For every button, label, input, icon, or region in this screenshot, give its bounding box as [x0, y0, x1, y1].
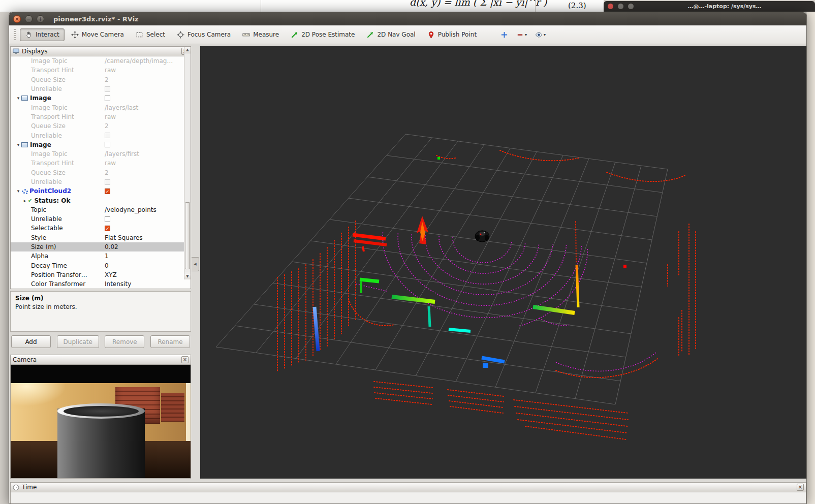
3d-viewport[interactable]	[200, 46, 807, 479]
prop-row-decay-time[interactable]: Decay Time0	[11, 261, 184, 270]
prop-row-alpha[interactable]: Alpha1	[11, 251, 184, 261]
scroll-up-icon[interactable]: ▲	[184, 47, 191, 53]
terminal-maximize-icon[interactable]	[628, 4, 634, 9]
checkbox[interactable]	[105, 216, 110, 222]
prop-value[interactable]: 0	[103, 262, 184, 269]
prop-row-position-transfor[interactable]: Position Transfor…XYZ	[11, 270, 184, 279]
equation-number: (2.3)	[568, 1, 586, 10]
prop-row-image[interactable]: ▾Image	[11, 140, 184, 149]
collapse-icon[interactable]: ▾	[15, 142, 21, 147]
collapse-icon[interactable]: ▾	[15, 188, 21, 194]
prop-value[interactable]: /velodyne_points	[103, 206, 184, 213]
prop-value[interactable]	[103, 216, 184, 222]
time-close-icon[interactable]: ×	[797, 484, 804, 491]
prop-row-queue-size[interactable]: Queue Size2	[11, 121, 184, 131]
prop-value[interactable]: raw	[103, 160, 184, 167]
terminal-close-icon[interactable]	[608, 4, 613, 9]
prop-row-unreliable[interactable]: Unreliable	[11, 84, 184, 93]
tool-move-camera[interactable]: Move Camera	[66, 28, 129, 41]
prop-row-unreliable[interactable]: Unreliable	[11, 131, 184, 140]
prop-label-text: Color Transformer	[31, 280, 85, 288]
tool-2d-nav-goal[interactable]: 2D Nav Goal	[361, 28, 420, 41]
scrollbar-thumb[interactable]	[185, 202, 190, 269]
prop-row-queue-size[interactable]: Queue Size2	[11, 168, 184, 177]
minimize-button[interactable]: −	[25, 15, 33, 23]
tool-publish-point[interactable]: Publish Point	[422, 28, 482, 41]
prop-row-style[interactable]: StyleFlat Squares	[11, 233, 184, 242]
camera-close-icon[interactable]: ×	[181, 356, 189, 363]
prop-value[interactable]: 2	[103, 169, 184, 176]
minus-tool-button[interactable]: ▾	[516, 31, 527, 39]
scroll-down-icon[interactable]: ▼	[184, 273, 191, 279]
displays-scrollbar[interactable]: ▲ ▼	[184, 47, 191, 279]
prop-row-status-ok[interactable]: ▸✔Status: Ok	[11, 196, 184, 205]
tool-interact[interactable]: Interact	[20, 28, 65, 41]
checkbox[interactable]: ✓	[105, 188, 110, 194]
prop-row-image-topic[interactable]: Image Topic/camera/depth/imag…	[11, 56, 184, 66]
prop-value[interactable]: raw	[103, 113, 184, 120]
prop-value[interactable]: /layers/first	[103, 150, 184, 158]
prop-row-transport-hint[interactable]: Transport Hintraw	[11, 112, 184, 121]
prop-row-pointcloud2[interactable]: ▾PointCloud2✓	[11, 186, 184, 196]
prop-row-selectable[interactable]: Selectable✓	[11, 224, 184, 233]
collapse-icon[interactable]: ▾	[15, 96, 21, 101]
maximize-button[interactable]: +	[37, 15, 44, 23]
displays-panel-header[interactable]: Displays ×	[11, 47, 191, 56]
prop-row-queue-size[interactable]: Queue Size2	[11, 75, 184, 84]
prop-value[interactable]: 2	[103, 76, 184, 83]
pin-icon	[427, 31, 435, 39]
remove-button[interactable]: Remove	[105, 335, 144, 348]
panel-collapse-handle[interactable]: ◀	[192, 257, 199, 271]
plus-tool-button[interactable]	[500, 31, 508, 39]
time-panel-header[interactable]: Time ×	[11, 483, 806, 492]
prop-value[interactable]	[103, 179, 184, 185]
eye-tool-button[interactable]: ▾	[535, 31, 546, 39]
checkbox[interactable]	[105, 133, 110, 138]
prop-value[interactable]: /camera/depth/imag…	[103, 57, 184, 65]
prop-row-color-transformer[interactable]: Color TransformerIntensity	[11, 279, 184, 289]
prop-row-transport-hint[interactable]: Transport Hintraw	[11, 159, 184, 168]
duplicate-button[interactable]: Duplicate	[57, 335, 99, 348]
rename-button[interactable]: Rename	[150, 335, 190, 348]
prop-label: Image Topic	[11, 150, 103, 158]
prop-value[interactable]: ✓	[103, 226, 184, 231]
prop-value[interactable]	[103, 86, 184, 92]
close-button[interactable]: ×	[13, 15, 21, 23]
prop-row-image[interactable]: ▾Image	[11, 93, 184, 103]
terminal-minimize-icon[interactable]	[618, 4, 623, 9]
tool-select[interactable]: Select	[131, 28, 170, 41]
expand-icon[interactable]: ▸	[22, 198, 28, 203]
prop-value[interactable]	[103, 96, 184, 101]
prop-row-transport-hint[interactable]: Transport Hintraw	[11, 66, 184, 75]
prop-row-image-topic[interactable]: Image Topic/layers/first	[11, 149, 184, 159]
checkbox[interactable]	[105, 142, 110, 147]
add-button[interactable]: Add	[11, 335, 51, 348]
prop-value[interactable]	[103, 142, 184, 147]
checkbox[interactable]: ✓	[105, 226, 110, 231]
prop-row-image-topic[interactable]: Image Topic/layers/last	[11, 103, 184, 112]
prop-value[interactable]: XYZ	[103, 271, 184, 278]
tool-2d-pose-estimate[interactable]: 2D Pose Estimate	[286, 28, 360, 41]
prop-value[interactable]: 2	[103, 122, 184, 130]
prop-row-size-m[interactable]: Size (m)0.02	[11, 242, 184, 251]
prop-value[interactable]: Flat Squares	[103, 234, 184, 241]
prop-row-topic[interactable]: Topic/velodyne_points	[11, 205, 184, 214]
tool-focus-camera[interactable]: Focus Camera	[172, 28, 236, 41]
prop-value[interactable]: 1	[103, 253, 184, 260]
prop-value[interactable]: Intensity	[103, 280, 184, 288]
prop-value[interactable]: ✓	[103, 188, 184, 194]
prop-value[interactable]	[103, 133, 184, 138]
prop-value[interactable]: raw	[103, 67, 184, 74]
toolbar-grip-handle[interactable]	[14, 29, 16, 40]
tool-measure[interactable]: Measure	[237, 28, 284, 41]
titlebar[interactable]: × − + pioneer3dx.rviz* - RViz	[9, 12, 806, 25]
checkbox[interactable]	[105, 96, 110, 101]
prop-row-unreliable[interactable]: Unreliable	[11, 177, 184, 186]
camera-panel-header[interactable]: Camera ×	[11, 355, 191, 365]
prop-label-text: Image Topic	[31, 57, 68, 65]
prop-value[interactable]: /layers/last	[103, 104, 184, 111]
checkbox[interactable]	[105, 179, 110, 185]
prop-row-unreliable[interactable]: Unreliable	[11, 214, 184, 224]
prop-value[interactable]: 0.02	[103, 243, 184, 250]
checkbox[interactable]	[105, 86, 110, 92]
